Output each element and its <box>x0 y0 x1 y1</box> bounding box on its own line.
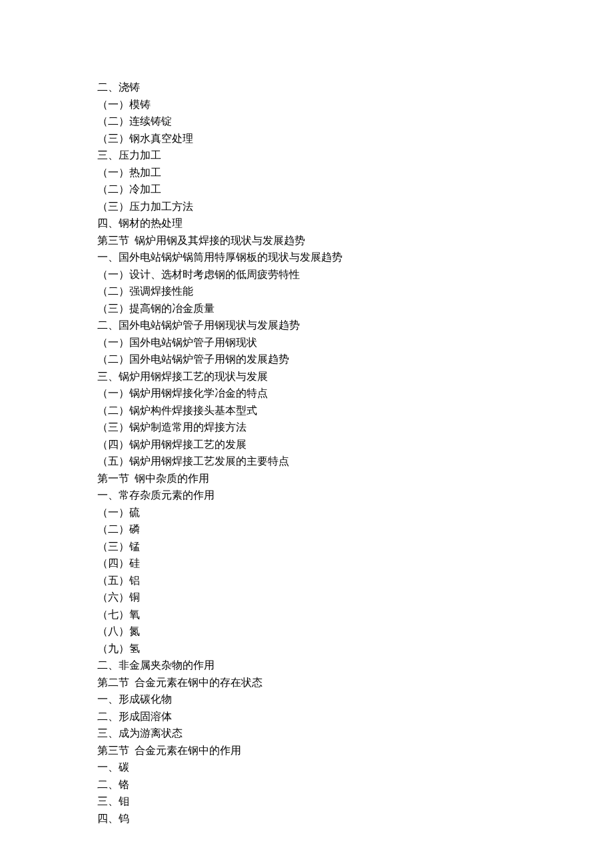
toc-line: （三）锰 <box>97 538 613 555</box>
toc-line: （二）强调焊接性能 <box>97 283 613 300</box>
toc-line: （一）模铸 <box>97 96 613 113</box>
document-page: 二、浇铸 （一）模铸 （二）连续铸锭 （三）钢水真空处理 三、压力加工 （一）热… <box>0 0 613 827</box>
toc-line: 一、碳 <box>97 759 613 776</box>
toc-line: （六）铜 <box>97 589 613 606</box>
toc-line: 二、非金属夹杂物的作用 <box>97 657 613 674</box>
toc-line: 一、国外电站锅炉锅筒用特厚钢板的现状与发展趋势 <box>97 249 613 266</box>
toc-line: （七）氧 <box>97 606 613 623</box>
toc-line: （五）铝 <box>97 572 613 589</box>
toc-line: 三、成为游离状态 <box>97 725 613 742</box>
toc-line: （二）国外电站锅炉管子用钢的发展趋势 <box>97 351 613 368</box>
toc-line: （一）锅炉用钢焊接化学冶金的特点 <box>97 385 613 402</box>
toc-line: 第二节 合金元素在钢中的存在状态 <box>97 674 613 691</box>
toc-line: （二）锅炉构件焊接接头基本型式 <box>97 402 613 419</box>
toc-line: （五）锅炉用钢焊接工艺发展的主要特点 <box>97 453 613 470</box>
toc-line: （四）硅 <box>97 555 613 572</box>
toc-line: 三、钼 <box>97 793 613 810</box>
toc-line: 三、锅炉用钢焊接工艺的现状与发展 <box>97 368 613 385</box>
toc-line: （九）氢 <box>97 640 613 657</box>
toc-line: （一）硫 <box>97 504 613 521</box>
toc-line: （三）压力加工方法 <box>97 198 613 215</box>
toc-line: （三）钢水真空处理 <box>97 130 613 147</box>
toc-line: （二）磷 <box>97 521 613 538</box>
toc-line: （三）提高钢的冶金质量 <box>97 300 613 317</box>
toc-line: 二、铬 <box>97 776 613 793</box>
toc-line: 一、形成碳化物 <box>97 691 613 708</box>
toc-line: 二、浇铸 <box>97 79 613 96</box>
toc-line: （二）冷加工 <box>97 181 613 198</box>
toc-line: 一、常存杂质元素的作用 <box>97 487 613 504</box>
toc-line: （三）锅炉制造常用的焊接方法 <box>97 419 613 436</box>
toc-line: 二、国外电站锅炉管子用钢现状与发展趋势 <box>97 317 613 334</box>
toc-line: （四）锅炉用钢焊接工艺的发展 <box>97 436 613 453</box>
toc-line: （一）热加工 <box>97 164 613 181</box>
toc-line: 第一节 钢中杂质的作用 <box>97 470 613 487</box>
toc-line: （一）设计、选材时考虑钢的低周疲劳特性 <box>97 266 613 283</box>
toc-line: 三、压力加工 <box>97 147 613 164</box>
toc-line: 四、钢材的热处理 <box>97 215 613 232</box>
toc-line: （二）连续铸锭 <box>97 113 613 130</box>
toc-line: 二、形成固溶体 <box>97 708 613 725</box>
toc-line: 第三节 合金元素在钢中的作用 <box>97 742 613 759</box>
toc-line: 第三节 锅炉用钢及其焊接的现状与发展趋势 <box>97 232 613 249</box>
toc-line: （一）国外电站锅炉管子用钢现状 <box>97 334 613 351</box>
toc-line: （八）氮 <box>97 623 613 640</box>
toc-line: 四、钨 <box>97 810 613 827</box>
